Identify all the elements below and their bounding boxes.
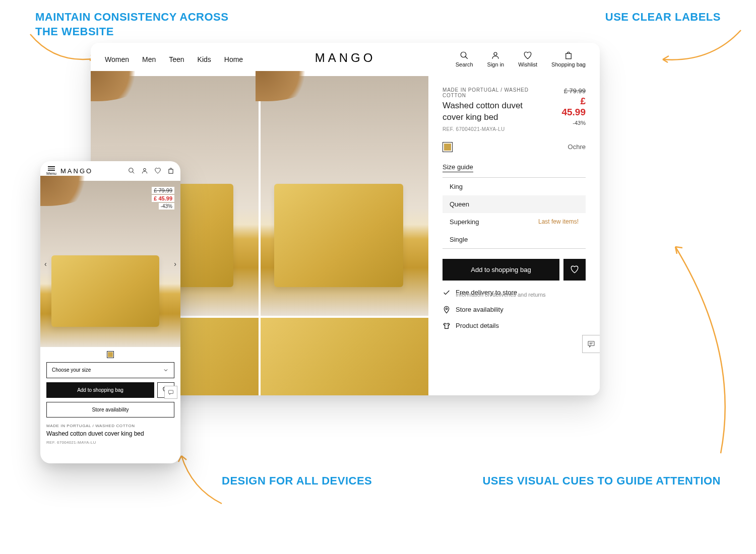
main-nav: Women Men Teen Kids Home <box>105 55 243 63</box>
store-availability-button[interactable]: Store availability <box>46 402 174 418</box>
product-image[interactable] <box>261 76 428 316</box>
svg-line-9 <box>133 172 135 174</box>
wishlist-toggle[interactable] <box>563 259 586 281</box>
mobile-window: Menu MANGO £ 79.99 £ 45.99 -43% ‹ › Choo… <box>40 161 180 463</box>
color-name: Ochre <box>568 143 586 151</box>
price-original: £ 79.99 <box>555 87 586 95</box>
nav-item[interactable]: Kids <box>198 55 211 63</box>
nav-item[interactable]: Women <box>105 55 129 63</box>
header-actions: Search Sign in Wishlist Shopping bag <box>456 51 586 67</box>
chevron-down-icon <box>163 367 169 373</box>
heart-icon <box>570 265 579 274</box>
product-title: Washed cotton duvet cover king bed <box>443 100 528 123</box>
search-button[interactable]: Search <box>456 51 473 67</box>
svg-point-8 <box>129 168 133 172</box>
size-note: Last few items! <box>538 218 579 225</box>
size-label: King <box>450 183 463 190</box>
product-tag: MADE IN PORTUGAL / WASHED COTTON <box>443 87 549 98</box>
product-image[interactable] <box>261 318 428 395</box>
action-label: Sign in <box>487 61 505 67</box>
price-original: £ 79.99 <box>152 187 174 194</box>
size-select-label: Choose your size <box>52 367 91 373</box>
chat-button[interactable] <box>164 386 177 399</box>
price-block: £ 79.99 £ 45.99 -43% <box>555 87 586 126</box>
chat-icon <box>587 340 595 348</box>
nav-item[interactable]: Home <box>224 55 243 63</box>
annotation-callout: MAINTAIN CONSISTENCY ACROSS THE WEBSITE <box>35 10 237 39</box>
annotation-callout: DESIGN FOR ALL DEVICES <box>222 474 372 489</box>
brand-logo[interactable]: MANGO <box>315 51 376 65</box>
action-label: Shopping bag <box>551 61 586 67</box>
chat-button[interactable] <box>582 335 600 353</box>
carousel-prev[interactable]: ‹ <box>41 257 50 271</box>
color-swatch[interactable] <box>443 142 453 152</box>
size-label: Single <box>450 236 468 243</box>
menu-button[interactable]: Menu <box>46 166 56 176</box>
svg-rect-5 <box>588 341 594 346</box>
check-icon <box>443 289 451 297</box>
store-availability-link[interactable]: Store availability <box>443 306 586 314</box>
action-label: Search <box>456 61 473 67</box>
heart-icon[interactable] <box>154 167 161 174</box>
price-sale: £ 45.99 <box>152 195 174 202</box>
svg-rect-3 <box>566 53 572 59</box>
product-ref: REF. 67004021-MAYA-LU <box>46 440 174 445</box>
nav-item[interactable]: Teen <box>169 55 184 63</box>
add-to-bag-button[interactable]: Add to shopping bag <box>46 382 154 398</box>
user-icon[interactable] <box>141 167 148 174</box>
svg-point-2 <box>494 52 497 55</box>
svg-point-4 <box>446 308 447 309</box>
brand-logo[interactable]: MANGO <box>60 167 93 175</box>
price-overlay: £ 79.99 £ 45.99 -43% <box>150 185 176 212</box>
mobile-product-meta: MADE IN PORTUGAL / WASHED COTTON Washed … <box>40 418 180 445</box>
mobile-product-image[interactable]: £ 79.99 £ 45.99 -43% ‹ › <box>40 181 180 347</box>
product-title: Washed cotton duvet cover king bed <box>46 430 174 437</box>
price-sale: £ 45.99 <box>555 96 586 118</box>
color-swatch[interactable] <box>107 351 114 358</box>
product-ref: REF. 67004021-MAYA-LU <box>443 126 549 132</box>
bag-icon <box>564 51 573 60</box>
info-label: Store availability <box>456 306 503 313</box>
location-icon <box>443 306 451 314</box>
product-panel: MADE IN PORTUGAL / WASHED COTTON Washed … <box>428 76 600 395</box>
svg-point-0 <box>461 52 466 57</box>
header-bar: Women Men Teen Kids Home MANGO Search Si… <box>91 43 600 76</box>
size-guide-link[interactable]: Size guide <box>443 163 473 172</box>
add-to-bag-button[interactable]: Add to shopping bag <box>443 259 559 281</box>
heart-icon <box>523 51 532 60</box>
delivery-sub: Information on deliveries and returns <box>456 292 586 298</box>
size-select[interactable]: Choose your size <box>46 362 174 378</box>
annotation-arrow <box>655 25 746 71</box>
svg-point-10 <box>144 169 146 171</box>
size-option[interactable]: Queen <box>443 195 586 213</box>
info-label: Product details <box>456 322 499 329</box>
size-label: Superking <box>450 218 479 226</box>
size-option[interactable]: King <box>443 178 586 195</box>
nav-item[interactable]: Men <box>142 55 156 63</box>
action-label: Wishlist <box>518 61 537 67</box>
annotation-callout: USE CLEAR LABELS <box>605 10 721 25</box>
size-label: Queen <box>450 200 469 208</box>
shirt-icon <box>443 322 451 330</box>
product-tag: MADE IN PORTUGAL / WASHED COTTON <box>46 424 174 428</box>
size-option[interactable]: Superking Last few items! <box>443 213 586 231</box>
bag-icon[interactable] <box>167 167 174 174</box>
svg-rect-12 <box>169 390 173 394</box>
user-icon <box>491 51 500 60</box>
price-discount: -43% <box>159 203 174 210</box>
menu-label: Menu <box>46 171 56 176</box>
bag-button[interactable]: Shopping bag <box>551 51 586 67</box>
search-icon[interactable] <box>128 167 135 174</box>
hamburger-icon <box>48 166 55 171</box>
size-option[interactable]: Single <box>443 231 586 248</box>
chat-icon <box>168 389 174 395</box>
carousel-next[interactable]: › <box>171 257 179 271</box>
annotation-arrow <box>655 237 741 458</box>
wishlist-button[interactable]: Wishlist <box>518 51 537 67</box>
signin-button[interactable]: Sign in <box>487 51 505 67</box>
product-details-link[interactable]: Product details <box>443 322 586 330</box>
svg-line-1 <box>465 56 468 59</box>
annotation-callout: USES VISUAL CUES TO GUIDE ATTENTION <box>482 474 721 489</box>
price-discount: -43% <box>555 120 586 126</box>
size-list: King Queen Superking Last few items! Sin… <box>443 177 586 249</box>
